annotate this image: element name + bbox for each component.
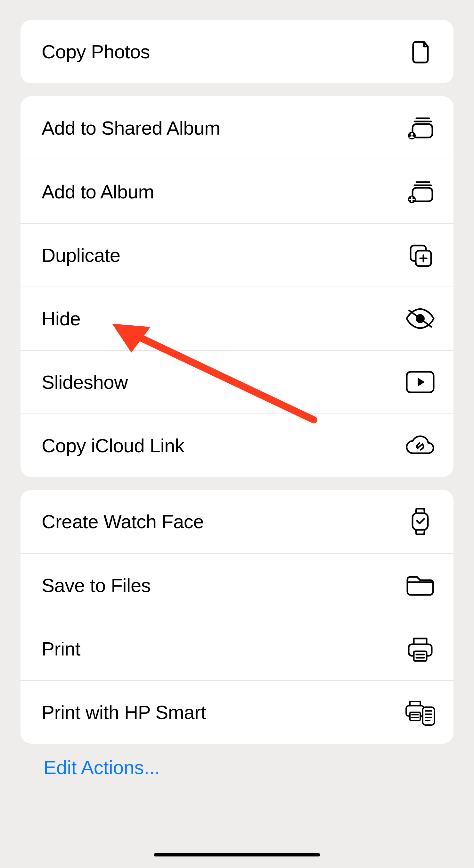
create-watch-face-label: Create Watch Face — [42, 510, 204, 533]
hide-row[interactable]: Hide — [21, 286, 453, 350]
hp-print-icon — [405, 697, 436, 727]
watch-icon — [405, 506, 436, 537]
svg-point-4 — [411, 133, 413, 135]
edit-actions-link[interactable]: Edit Actions... — [21, 744, 453, 779]
eye-slash-icon — [405, 303, 436, 334]
add-album-label: Add to Album — [42, 181, 154, 203]
hide-label: Hide — [42, 308, 80, 330]
copy-icloud-link-row[interactable]: Copy iCloud Link — [21, 413, 453, 477]
duplicate-row[interactable]: Duplicate — [21, 223, 453, 286]
print-label: Print — [42, 638, 80, 660]
copy-photos-label: Copy Photos — [42, 41, 150, 63]
svg-rect-26 — [410, 712, 420, 720]
home-indicator — [154, 853, 320, 857]
folder-icon — [405, 570, 436, 601]
print-hp-smart-row[interactable]: Print with HP Smart — [21, 680, 453, 744]
album-add-icon — [405, 176, 436, 207]
save-to-files-label: Save to Files — [42, 575, 150, 596]
save-to-files-row[interactable]: Save to Files — [21, 553, 453, 617]
print-row[interactable]: Print — [21, 617, 453, 680]
svg-rect-22 — [414, 651, 427, 661]
svg-line-16 — [409, 310, 431, 327]
edit-actions-label: Edit Actions... — [43, 757, 160, 778]
cloud-link-icon — [405, 430, 436, 461]
copy-icloud-link-label: Copy iCloud Link — [42, 435, 184, 457]
slideshow-row[interactable]: Slideshow — [21, 350, 453, 413]
action-group: Add to Shared Album Add to Album — [21, 96, 453, 477]
printer-icon — [405, 633, 436, 664]
print-hp-smart-label: Print with HP Smart — [42, 701, 206, 723]
action-group: Create Watch Face Save to Files Print — [21, 490, 453, 744]
add-album-row[interactable]: Add to Album — [21, 160, 453, 223]
copy-icon — [405, 36, 436, 67]
slideshow-label: Slideshow — [42, 371, 128, 393]
duplicate-icon — [405, 240, 436, 271]
action-group: Copy Photos — [21, 20, 453, 83]
share-sheet-actions: Copy Photos Add to Shared Album — [0, 20, 474, 779]
duplicate-label: Duplicate — [42, 244, 121, 266]
svg-rect-29 — [423, 707, 434, 725]
add-shared-album-row[interactable]: Add to Shared Album — [21, 96, 453, 160]
play-rect-icon — [405, 367, 436, 398]
svg-rect-19 — [412, 513, 428, 530]
copy-photos-row[interactable]: Copy Photos — [21, 20, 453, 83]
create-watch-face-row[interactable]: Create Watch Face — [21, 490, 453, 553]
shared-album-icon — [405, 113, 436, 143]
add-shared-album-label: Add to Shared Album — [42, 117, 221, 139]
